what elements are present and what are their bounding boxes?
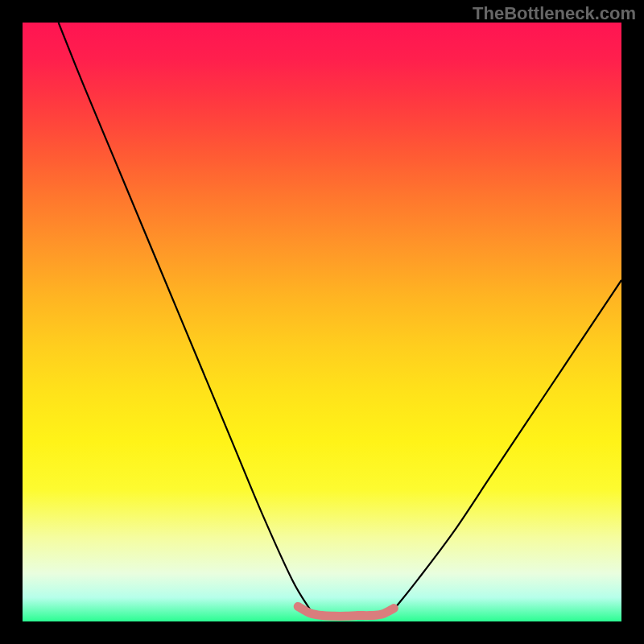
watermark-text: TheBottleneck.com [473,3,636,24]
chart-plot-area [23,23,621,621]
chart-curve-left [59,23,310,609]
chart-lines-svg [23,23,621,621]
chart-curve-right [394,280,621,609]
chart-curve-bottom [298,606,394,616]
